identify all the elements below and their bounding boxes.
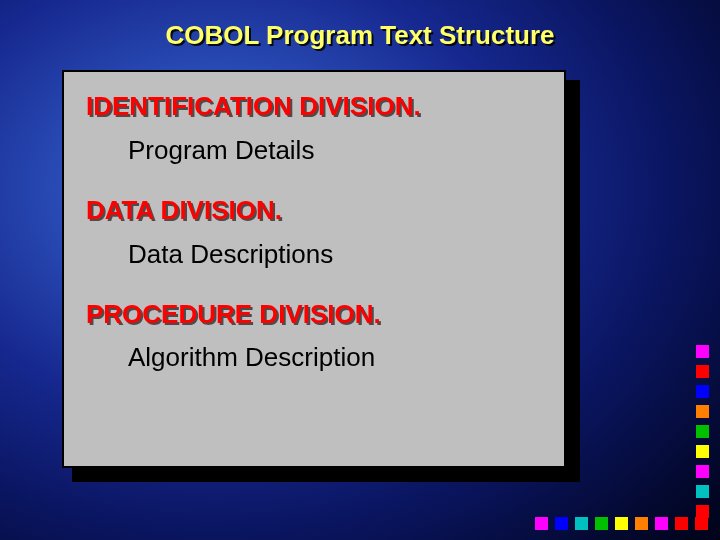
division-detail-identification: Program Details [128, 136, 542, 166]
square-icon [696, 345, 709, 358]
slide-title: COBOL Program Text Structure [0, 20, 720, 51]
division-heading-procedure: PROCEDURE DIVISION. [86, 300, 542, 330]
square-icon [696, 445, 709, 458]
square-icon [555, 517, 568, 530]
slide: COBOL Program Text Structure IDENTIFICAT… [0, 0, 720, 540]
division-detail-procedure: Algorithm Description [128, 343, 542, 373]
square-icon [655, 517, 668, 530]
content-panel: IDENTIFICATION DIVISION. Program Details… [62, 70, 566, 468]
square-icon [575, 517, 588, 530]
square-icon [595, 517, 608, 530]
square-icon [535, 517, 548, 530]
square-icon [696, 365, 709, 378]
square-icon [615, 517, 628, 530]
square-icon [695, 517, 708, 530]
square-icon [696, 425, 709, 438]
division-detail-data: Data Descriptions [128, 240, 542, 270]
square-icon [675, 517, 688, 530]
square-icon [635, 517, 648, 530]
division-heading-identification: IDENTIFICATION DIVISION. [86, 92, 542, 122]
square-icon [696, 405, 709, 418]
square-icon [696, 485, 709, 498]
division-heading-data: DATA DIVISION. [86, 196, 542, 226]
square-icon [696, 385, 709, 398]
square-icon [696, 465, 709, 478]
square-icon [696, 505, 709, 518]
